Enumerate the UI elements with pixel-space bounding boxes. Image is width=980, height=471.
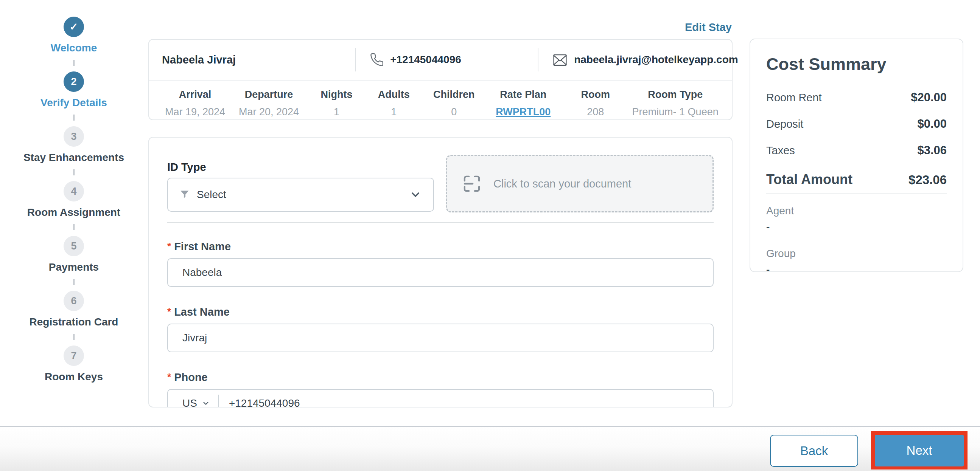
agent-value: - — [766, 221, 947, 233]
cost-row-deposit: Deposit $0.00 — [766, 117, 947, 131]
annotation-highlight-box: Next — [871, 431, 967, 469]
step-connector — [73, 279, 75, 285]
first-name-value: Nabeela — [182, 266, 222, 279]
guest-name-section: Nabeela Jivraj — [149, 40, 355, 80]
rate-plan-link[interactable]: RWPRTL00 — [485, 106, 561, 118]
step-number: 4 — [64, 181, 84, 201]
guest-summary-card: Nabeela Jivraj +12145044096 — [148, 39, 733, 120]
step-connector — [73, 224, 75, 230]
cost-row-room-rent: Room Rent $20.00 — [766, 91, 947, 104]
guest-phone-section: +12145044096 — [355, 48, 538, 71]
id-type-select[interactable]: Select — [167, 178, 434, 212]
chevron-down-icon — [202, 399, 210, 408]
stepper-item-registration-card[interactable]: 6 Registration Card — [30, 291, 118, 328]
step-label: Room Assignment — [27, 206, 120, 219]
cost-summary-panel: Cost Summary Room Rent $20.00 Deposit $0… — [749, 38, 963, 272]
checkin-stepper: ✓ Welcome 2 Verify Details 3 Stay Enhanc… — [15, 17, 132, 383]
guest-phone: +12145044096 — [390, 54, 461, 66]
guest-name: Nabeela Jivraj — [162, 54, 236, 66]
stay-field-adults: Adults 1 — [365, 89, 422, 118]
edit-stay-link[interactable]: Edit Stay — [685, 21, 732, 33]
step-number: 2 — [64, 71, 84, 92]
agent-label: Agent — [766, 205, 947, 217]
filter-icon — [179, 189, 190, 200]
main-content: Edit Stay Nabeela Jivraj +12145044096 — [148, 0, 733, 423]
step-label: Verify Details — [40, 97, 107, 109]
last-name-field[interactable]: Jivraj — [167, 324, 714, 352]
last-name-value: Jivraj — [182, 332, 207, 344]
first-name-field[interactable]: Nabeela — [167, 258, 714, 287]
next-button[interactable]: Next — [875, 435, 964, 466]
phone-input-divider — [218, 395, 219, 408]
cost-summary-title: Cost Summary — [766, 54, 947, 74]
stepper-item-room-keys[interactable]: 7 Room Keys — [45, 346, 103, 383]
step-label: Welcome — [51, 42, 97, 54]
id-type-selected-value: Select — [197, 189, 226, 201]
group-label: Group — [766, 247, 947, 260]
step-number: 7 — [64, 346, 84, 366]
stay-field-room: Room 208 — [561, 89, 630, 118]
scan-icon — [461, 173, 482, 194]
group-value: - — [766, 264, 947, 276]
step-label: Payments — [49, 261, 99, 273]
scan-document-button[interactable]: Click to scan your document — [446, 155, 714, 213]
step-number: 3 — [64, 126, 84, 147]
required-asterisk: * — [167, 240, 171, 252]
scan-document-text: Click to scan your document — [493, 178, 631, 190]
form-section-divider — [167, 222, 714, 223]
step-check-icon: ✓ — [64, 17, 84, 37]
step-label: Stay Enhancements — [24, 152, 124, 164]
phone-label: *Phone — [167, 371, 714, 384]
step-connector — [73, 114, 75, 121]
step-connector — [73, 169, 75, 175]
chevron-down-icon — [409, 188, 422, 201]
guest-email-section: nabeela.jivraj@hotelkeyapp.com — [538, 48, 738, 71]
stepper-item-room-assignment[interactable]: 4 Room Assignment — [27, 181, 120, 219]
step-number: 5 — [64, 236, 84, 256]
required-asterisk: * — [167, 371, 171, 382]
email-icon — [552, 53, 568, 67]
guest-contact-row: Nabeela Jivraj +12145044096 — [149, 40, 732, 80]
wizard-footer: Back Next — [0, 426, 980, 471]
stepper-item-verify-details[interactable]: 2 Verify Details — [40, 71, 107, 109]
stay-field-departure: Departure Mar 20, 2024 — [230, 89, 308, 118]
phone-country-selector[interactable]: US — [182, 397, 197, 408]
stay-field-room-type: Room Type Premium- 1 Queen — [630, 89, 721, 118]
cost-row-taxes: Taxes $3.06 — [766, 144, 947, 157]
phone-field[interactable]: US +12145044096 — [167, 389, 714, 408]
id-type-label: ID Type — [167, 161, 206, 173]
stay-details-row: Arrival Mar 19, 2024 Departure Mar 20, 2… — [149, 80, 732, 118]
stay-field-children: Children 0 — [422, 89, 485, 118]
stepper-item-welcome[interactable]: ✓ Welcome — [51, 17, 97, 54]
phone-icon — [370, 52, 384, 67]
guest-details-form-card: ID Type Select — [148, 137, 733, 408]
first-name-label: *First Name — [167, 240, 714, 253]
stay-field-rate-plan: Rate Plan RWPRTL00 — [485, 89, 561, 118]
guest-email: nabeela.jivraj@hotelkeyapp.com — [574, 54, 738, 66]
stay-field-arrival: Arrival Mar 19, 2024 — [161, 89, 230, 118]
stepper-item-payments[interactable]: 5 Payments — [49, 236, 99, 273]
stepper-item-stay-enhancements[interactable]: 3 Stay Enhancements — [24, 126, 124, 164]
cost-summary-divider — [766, 193, 947, 194]
step-label: Registration Card — [30, 316, 118, 328]
step-label: Room Keys — [45, 371, 103, 383]
checkin-page: { "page": { "edit_stay": "Edit Stay" }, … — [0, 0, 980, 471]
back-button[interactable]: Back — [770, 435, 858, 467]
phone-value: +12145044096 — [229, 397, 300, 408]
step-number: 6 — [64, 291, 84, 311]
required-asterisk: * — [167, 306, 171, 317]
stay-field-nights: Nights 1 — [308, 89, 365, 118]
step-connector — [73, 334, 75, 340]
cost-row-total: Total Amount $23.06 — [766, 171, 947, 187]
last-name-label: *Last Name — [167, 306, 714, 318]
step-connector — [73, 60, 75, 66]
